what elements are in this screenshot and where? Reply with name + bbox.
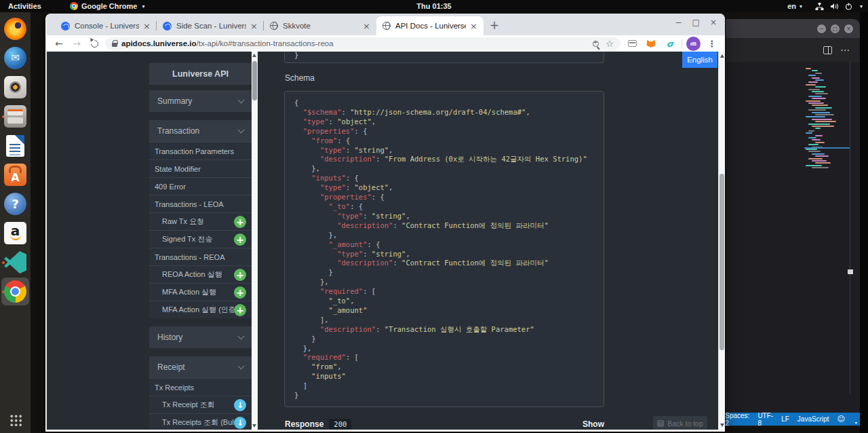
- schema-code-line: }: [294, 268, 594, 278]
- vscode-window[interactable]: − □ × ··· Spaces: 2UTF-8LFJavaScript☺: [726, 19, 860, 426]
- status-code-badge: 200: [329, 419, 351, 430]
- profile-avatar[interactable]: dB: [686, 37, 701, 51]
- sidebar-section-receipt: ReceiptTx ReceiptsTx Receipt 조회↓Tx Recei…: [149, 356, 252, 430]
- dock-item-ubuntu-software[interactable]: [1, 161, 29, 189]
- menu-dots-icon[interactable]: ⋮: [705, 39, 719, 49]
- minimap-code-line: [815, 114, 834, 115]
- sidebar-section-header-summary[interactable]: Summary: [149, 90, 252, 112]
- scroll-up-icon[interactable]: [720, 54, 724, 58]
- bookmark-star-icon[interactable]: ☆: [606, 39, 614, 49]
- tab-close-icon[interactable]: ×: [250, 22, 258, 31]
- feedback-smiley-icon[interactable]: ☺: [837, 415, 845, 423]
- status-item-javascript[interactable]: JavaScript: [797, 415, 829, 423]
- metamask-extension-icon[interactable]: [644, 39, 658, 48]
- status-item-utf-8[interactable]: UTF-8: [757, 412, 773, 427]
- maximize-icon[interactable]: □: [692, 18, 700, 27]
- dock-item-firefox[interactable]: [1, 15, 29, 43]
- back-to-top-button[interactable]: ↑ Back to top: [653, 416, 707, 430]
- show-applications-icon[interactable]: [9, 414, 22, 426]
- tab-console-luniverse-block[interactable]: Console - Luniverse Block×: [55, 16, 157, 35]
- sidebar-item-label: Raw Tx 요청: [162, 216, 204, 227]
- minimap-code-line: [815, 86, 826, 88]
- close-icon[interactable]: ×: [710, 18, 717, 27]
- dock-item-file-cabinet[interactable]: [1, 102, 29, 130]
- sidebar-item-transactions-reoa[interactable]: Transactions - REOA: [149, 248, 252, 265]
- page-scrollbar-thumb[interactable]: [719, 174, 724, 350]
- url-text[interactable]: apidocs.luniverse.io/tx-api/ko#transacti…: [121, 39, 589, 48]
- sidebar-item-tx-receipts[interactable]: Tx Receipts: [149, 378, 252, 396]
- forward-icon[interactable]: →: [70, 39, 83, 48]
- sidebar-item-tx-receipts-bulk[interactable]: Tx Receipts 조회 (Bulk)↓: [149, 413, 252, 430]
- status-item-spaces-2[interactable]: Spaces: 2: [725, 412, 749, 427]
- sidebar-item-tx-receipt[interactable]: Tx Receipt 조회↓: [149, 396, 252, 413]
- schema-code-line: {: [294, 98, 594, 108]
- split-editor-icon[interactable]: [823, 46, 832, 54]
- status-item-lf[interactable]: LF: [781, 415, 789, 423]
- scroll-up-icon[interactable]: [252, 54, 256, 57]
- more-actions-icon[interactable]: ···: [841, 46, 850, 54]
- close-icon[interactable]: ×: [844, 24, 853, 33]
- keyboard-layout-indicator[interactable]: en▾: [787, 2, 802, 10]
- tab-side-scan-luniverse-bloc[interactable]: Side Scan - Luniverse Bloc×: [157, 16, 264, 35]
- sidebar-item-label: Transactions - REOA: [155, 253, 225, 261]
- dock-item-help[interactable]: [1, 190, 29, 218]
- sidebar-item-label: Signed Tx 전송: [162, 234, 212, 244]
- minimap-code-line: [808, 102, 824, 104]
- dock-item-vscode[interactable]: [1, 248, 29, 276]
- dock-item-chrome[interactable]: [1, 278, 29, 305]
- sidebar-item-mfa-action[interactable]: MFA Action 실행+: [149, 283, 252, 301]
- clock[interactable]: Thu 01:35: [416, 2, 451, 10]
- tab-close-icon[interactable]: ×: [363, 22, 370, 31]
- sidebar-section-header-transaction[interactable]: Transaction: [149, 120, 252, 142]
- sidebar-item-transaction-parameters[interactable]: Transaction Parameters: [149, 142, 252, 159]
- minimap-code-line: [815, 93, 828, 94]
- sidebar-item-state-modifier[interactable]: State Modifier: [149, 159, 252, 177]
- activities-button[interactable]: Activities: [8, 2, 41, 10]
- dock-item-rhythmbox[interactable]: [1, 73, 29, 101]
- minimap-code-line: [808, 130, 814, 132]
- show-toggle[interactable]: Show: [583, 419, 604, 429]
- sidebar-item-raw-tx[interactable]: Raw Tx 요청+: [149, 212, 252, 230]
- reload-icon[interactable]: [87, 40, 101, 48]
- tab-skkvote[interactable]: Skkvote×: [264, 16, 376, 35]
- address-bar[interactable]: apidocs.luniverse.io/tx-api/ko#transacti…: [105, 37, 620, 50]
- app-menu[interactable]: Google Chrome ▾: [70, 2, 145, 10]
- scroll-down-icon[interactable]: [252, 424, 256, 428]
- sidebar-item-transactions-leoa[interactable]: Transactions - LEOA: [149, 195, 252, 212]
- tab-api-docs-luniverse-bloc[interactable]: API Docs - Luniverse Bloc×: [376, 16, 484, 35]
- dock-item-libreoffice-writer[interactable]: [1, 132, 29, 159]
- wallet-extension-icon[interactable]: [625, 40, 639, 47]
- sidebar-item-reoa-action[interactable]: REOA Action 실행+: [149, 265, 252, 283]
- sidebar-section-header-history[interactable]: History: [149, 326, 252, 348]
- zoom-icon[interactable]: [593, 41, 599, 47]
- tab-close-icon[interactable]: ×: [470, 22, 477, 31]
- dock-item-thunderbird[interactable]: [1, 44, 29, 72]
- minimap-code-line: [812, 153, 825, 155]
- luniverse-favicon-icon: [163, 22, 172, 31]
- back-icon[interactable]: ←: [52, 39, 66, 48]
- sidebar-item-mfa-action[interactable]: MFA Action 실행 (인증 ...+: [149, 301, 252, 318]
- maximize-icon[interactable]: □: [831, 24, 840, 33]
- language-switch-button[interactable]: English: [682, 52, 717, 68]
- sidebar-scrollbar-thumb[interactable]: [252, 61, 257, 100]
- post-badge-icon: +: [234, 304, 246, 316]
- tab-title: Skkvote: [283, 22, 359, 30]
- minimize-icon[interactable]: −: [817, 24, 826, 33]
- schema-code-line: "required": [: [294, 353, 594, 362]
- dock-item-amazon[interactable]: [1, 219, 29, 247]
- vscode-minimap[interactable]: [806, 68, 837, 217]
- tab-close-icon[interactable]: ×: [143, 22, 151, 31]
- new-tab-button[interactable]: +: [490, 18, 499, 32]
- api-sidebar: Luniverse APISummaryTransactionTransacti…: [149, 63, 252, 430]
- system-status-area[interactable]: en▾ ▾: [787, 2, 863, 10]
- sidebar-section-header-receipt[interactable]: Receipt: [149, 356, 252, 378]
- sidebar-item-signed-tx[interactable]: Signed Tx 전송+: [149, 230, 252, 248]
- page-scrollbar[interactable]: [718, 52, 725, 430]
- vscode-scrollbar-thumb[interactable]: [848, 269, 853, 274]
- sidebar-item-409-error[interactable]: 409 Error: [149, 177, 252, 195]
- minimize-icon[interactable]: −: [675, 18, 682, 27]
- lock-icon[interactable]: [112, 43, 117, 47]
- scroll-down-icon[interactable]: [720, 423, 724, 427]
- sidebar-scrollbar[interactable]: [252, 52, 258, 430]
- icon-wallet-extension-icon[interactable]: σ: [663, 39, 677, 49]
